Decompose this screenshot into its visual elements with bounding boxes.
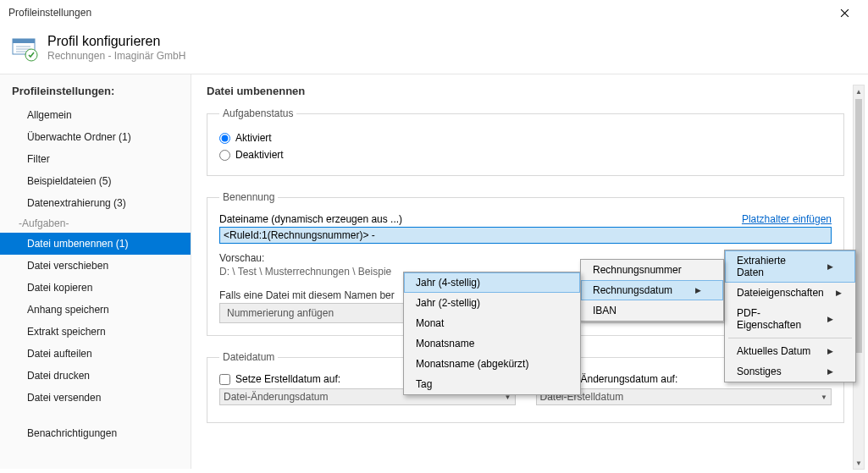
sidebar-item-beispieldateien[interactable]: Beispieldateien (5)	[0, 170, 191, 192]
menu-item-aktuelles-datum[interactable]: Aktuelles Datum▶	[725, 341, 855, 361]
menu-item-pdf-eigenschaften[interactable]: PDF-Eigenschaften▶	[725, 303, 855, 335]
created-select-value: Datei-Änderungsdatum	[224, 391, 328, 403]
menu-item-iban[interactable]: IBAN	[581, 300, 723, 321]
sidebar-item-anhang[interactable]: Anhang speichern	[0, 299, 191, 321]
menu-separator	[728, 338, 852, 338]
menu-label: Rechnungsnummer	[593, 264, 682, 276]
menu-label: Aktuelles Datum	[737, 345, 810, 357]
menu-item-rechnungsdatum[interactable]: Rechnungsdatum▶	[581, 280, 723, 300]
sidebar-item-verschieben[interactable]: Datei verschieben	[0, 255, 191, 277]
menu-label: Monatsname (abgekürzt)	[416, 358, 528, 370]
radio-aktiviert[interactable]: Aktiviert	[219, 129, 832, 146]
profile-icon	[12, 35, 39, 62]
check-created-input[interactable]	[219, 374, 230, 385]
menu-label: Extrahierte Daten	[737, 255, 815, 278]
menu-item-dateieigenschaften[interactable]: Dateieigenschaften▶	[725, 283, 855, 303]
menu-item-jahr-4[interactable]: Jahr (4-stellig)	[404, 272, 580, 293]
radio-aktiviert-label: Aktiviert	[235, 132, 272, 144]
scroll-thumb[interactable]	[855, 99, 862, 353]
sidebar-heading: Profileinstellungen:	[0, 81, 191, 104]
sidebar-item-ordner[interactable]: Überwachte Ordner (1)	[0, 126, 191, 148]
chevron-right-icon: ▶	[836, 289, 842, 297]
status-legend: Aufgabenstatus	[219, 107, 296, 119]
menu-label: Monat	[416, 317, 444, 329]
page-subtitle: Rechnungen - Imaginär GmbH	[47, 50, 185, 62]
window-title: Profileinstellungen	[8, 7, 91, 19]
menu-label: Sonstiges	[737, 366, 782, 377]
chevron-right-icon: ▶	[827, 347, 833, 355]
menu-item-sonstiges[interactable]: Sonstiges▶	[725, 361, 855, 382]
menu-label: PDF-Eigenschaften	[737, 307, 815, 331]
menu-datum-format: Jahr (4-stellig) Jahr (2-stellig) Monat …	[403, 272, 581, 395]
scroll-up-icon[interactable]: ▲	[854, 85, 864, 97]
sidebar-item-kopieren[interactable]: Datei kopieren	[0, 277, 191, 299]
menu-item-monat[interactable]: Monat	[404, 313, 580, 333]
filedate-legend: Dateidatum	[219, 351, 278, 363]
filename-label: Dateiname (dynamisch erzeugen aus ...)	[219, 213, 402, 225]
radio-deaktiviert-input[interactable]	[219, 150, 230, 161]
filename-input[interactable]	[219, 227, 832, 244]
chevron-right-icon: ▶	[827, 262, 833, 271]
chevron-right-icon: ▶	[827, 315, 833, 323]
menu-item-monatsname[interactable]: Monatsname	[404, 333, 580, 354]
naming-legend: Benennung	[219, 191, 278, 203]
sidebar-item-versenden[interactable]: Datei versenden	[0, 387, 191, 409]
radio-aktiviert-input[interactable]	[219, 133, 230, 144]
status-fieldset: Aufgabenstatus Aktiviert Deaktiviert	[207, 107, 844, 176]
sidebar-group-aufgaben: -Aufgaben-	[0, 214, 191, 233]
menu-placeholder-categories: Extrahierte Daten▶ Dateieigenschaften▶ P…	[724, 250, 856, 382]
chevron-down-icon: ▼	[821, 393, 827, 401]
menu-item-monatsname-abk[interactable]: Monatsname (abgekürzt)	[404, 354, 580, 374]
close-button[interactable]	[827, 1, 861, 25]
scroll-down-icon[interactable]: ▼	[854, 457, 864, 469]
sidebar-item-extrakt[interactable]: Extrakt speichern	[0, 321, 191, 343]
sidebar-item-benachrichtigungen[interactable]: Benachrichtigungen	[0, 422, 191, 444]
close-icon	[840, 8, 849, 18]
menu-item-rechnungsnummer[interactable]: Rechnungsnummer	[581, 260, 723, 280]
menu-extracted-data: Rechnungsnummer Rechnungsdatum▶ IBAN	[580, 259, 724, 322]
sidebar-item-filter[interactable]: Filter	[0, 148, 191, 170]
menu-label: Tag	[416, 378, 432, 390]
sidebar-item-aufteilen[interactable]: Datei aufteilen	[0, 343, 191, 365]
content-heading: Datei umbenennen	[207, 81, 865, 107]
radio-deaktiviert-label: Deaktiviert	[235, 149, 284, 161]
menu-label: Jahr (4-stellig)	[416, 277, 480, 289]
placeholder-link[interactable]: Platzhalter einfügen	[742, 213, 832, 225]
menu-label: Monatsname	[416, 338, 474, 349]
sidebar-item-datenextrahierung[interactable]: Datenextrahierung (3)	[0, 192, 191, 214]
sidebar: Profileinstellungen: Allgemein Überwacht…	[0, 74, 191, 469]
sidebar-item-drucken[interactable]: Datei drucken	[0, 365, 191, 387]
chevron-right-icon: ▶	[827, 367, 833, 376]
menu-item-jahr-2[interactable]: Jahr (2-stellig)	[404, 293, 580, 313]
check-created-label: Setze Erstelldatum auf:	[235, 373, 340, 385]
sidebar-item-umbenennen[interactable]: Datei umbenennen (1)	[0, 233, 191, 255]
menu-item-tag[interactable]: Tag	[404, 374, 580, 394]
radio-deaktiviert[interactable]: Deaktiviert	[219, 146, 832, 163]
page-title: Profil konfigurieren	[47, 34, 185, 49]
menu-label: Jahr (2-stellig)	[416, 297, 480, 309]
menu-label: Dateieigenschaften	[737, 287, 824, 299]
chevron-right-icon: ▶	[695, 286, 701, 294]
sidebar-item-allgemein[interactable]: Allgemein	[0, 104, 191, 126]
menu-label: IBAN	[593, 305, 616, 316]
menu-item-extrahierte-daten[interactable]: Extrahierte Daten▶	[725, 250, 855, 283]
svg-rect-1	[13, 39, 35, 43]
menu-label: Rechnungsdatum	[593, 284, 672, 296]
